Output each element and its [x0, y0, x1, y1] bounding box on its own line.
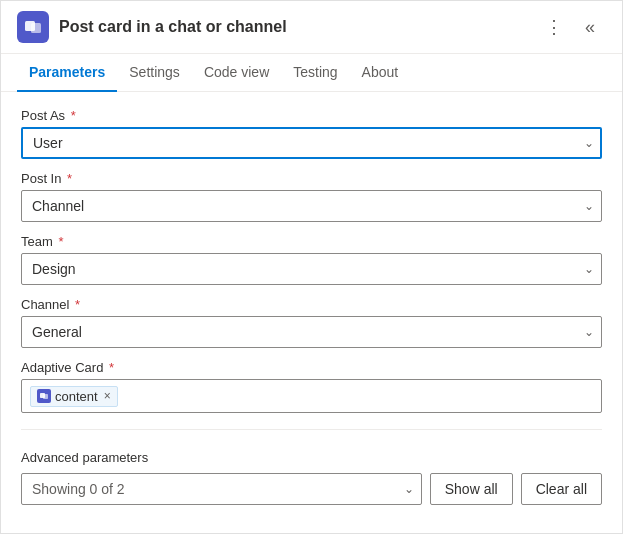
divider: [21, 429, 602, 430]
more-icon: ⋮: [545, 16, 563, 38]
post-as-required: *: [67, 108, 76, 123]
app-container: Post card in a chat or channel ⋮ « Param…: [0, 0, 623, 534]
post-as-select-wrapper: User Flow bot ⌄: [21, 127, 602, 159]
adaptive-card-tag-close[interactable]: ×: [104, 390, 111, 402]
tabs-bar: Parameters Settings Code view Testing Ab…: [1, 54, 622, 92]
app-icon: [17, 11, 49, 43]
adaptive-card-field-group: Adaptive Card * content ×: [21, 360, 602, 413]
post-as-label: Post As *: [21, 108, 602, 123]
tab-testing[interactable]: Testing: [281, 54, 349, 92]
svg-rect-3: [43, 394, 48, 399]
post-as-field-group: Post As * User Flow bot ⌄: [21, 108, 602, 159]
post-in-required: *: [63, 171, 72, 186]
tab-parameters[interactable]: Parameters: [17, 54, 117, 92]
post-in-label: Post In *: [21, 171, 602, 186]
post-as-select[interactable]: User Flow bot: [21, 127, 602, 159]
channel-label: Channel *: [21, 297, 602, 312]
advanced-parameters-controls: Showing 0 of 2 ⌄ Show all Clear all: [21, 473, 602, 505]
team-field-group: Team * Design Engineering Marketing ⌄: [21, 234, 602, 285]
post-in-select[interactable]: Channel Chat with Flow bot: [21, 190, 602, 222]
parameters-content: Post As * User Flow bot ⌄ Post In * Chan…: [1, 92, 622, 533]
more-options-button[interactable]: ⋮: [538, 11, 570, 43]
tab-about[interactable]: About: [350, 54, 411, 92]
tab-code-view[interactable]: Code view: [192, 54, 281, 92]
adaptive-card-tag-label: content: [55, 389, 98, 404]
collapse-icon: «: [585, 17, 595, 38]
team-label: Team *: [21, 234, 602, 249]
header-actions: ⋮ «: [538, 11, 606, 43]
advanced-parameters-select[interactable]: Showing 0 of 2: [21, 473, 422, 505]
header: Post card in a chat or channel ⋮ «: [1, 1, 622, 54]
header-title: Post card in a chat or channel: [59, 18, 287, 36]
post-in-select-wrapper: Channel Chat with Flow bot ⌄: [21, 190, 602, 222]
channel-select[interactable]: General Random Announcements: [21, 316, 602, 348]
collapse-button[interactable]: «: [574, 11, 606, 43]
tab-settings[interactable]: Settings: [117, 54, 192, 92]
show-all-button[interactable]: Show all: [430, 473, 513, 505]
adaptive-card-input[interactable]: content ×: [21, 379, 602, 413]
adaptive-card-required: *: [105, 360, 114, 375]
team-select[interactable]: Design Engineering Marketing: [21, 253, 602, 285]
advanced-select-wrapper: Showing 0 of 2 ⌄: [21, 473, 422, 505]
advanced-parameters-label: Advanced parameters: [21, 450, 602, 465]
svg-rect-1: [31, 23, 41, 33]
post-in-field-group: Post In * Channel Chat with Flow bot ⌄: [21, 171, 602, 222]
header-left: Post card in a chat or channel: [17, 11, 287, 43]
adaptive-card-label: Adaptive Card *: [21, 360, 602, 375]
team-select-wrapper: Design Engineering Marketing ⌄: [21, 253, 602, 285]
clear-all-button[interactable]: Clear all: [521, 473, 602, 505]
channel-required: *: [71, 297, 80, 312]
adaptive-card-tag: content ×: [30, 386, 118, 407]
team-required: *: [55, 234, 64, 249]
card-tag-teams-icon: [37, 389, 51, 403]
channel-field-group: Channel * General Random Announcements ⌄: [21, 297, 602, 348]
advanced-parameters-section: Advanced parameters Showing 0 of 2 ⌄ Sho…: [21, 446, 602, 505]
channel-select-wrapper: General Random Announcements ⌄: [21, 316, 602, 348]
